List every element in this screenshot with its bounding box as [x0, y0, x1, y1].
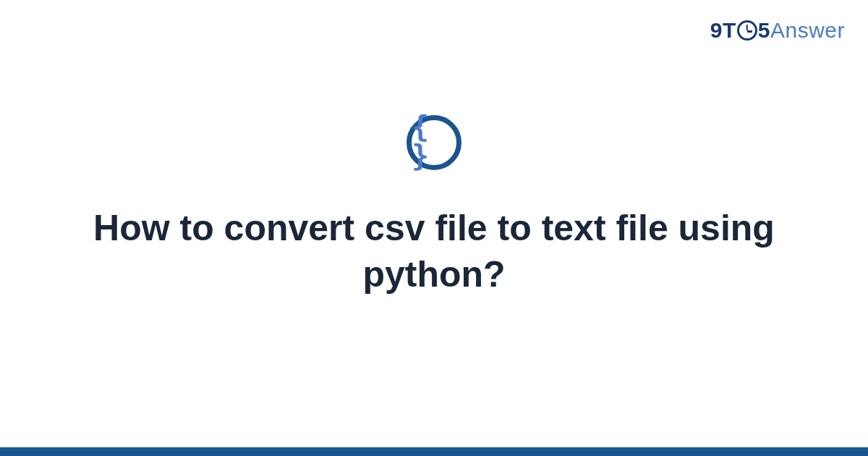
code-braces-icon: { }: [407, 115, 461, 170]
code-braces-glyph: { }: [412, 112, 456, 170]
footer-accent-bar: [0, 447, 868, 456]
main-content: { } How to convert csv file to text file…: [0, 0, 868, 456]
page-title: How to convert csv file to text file usi…: [72, 205, 796, 297]
